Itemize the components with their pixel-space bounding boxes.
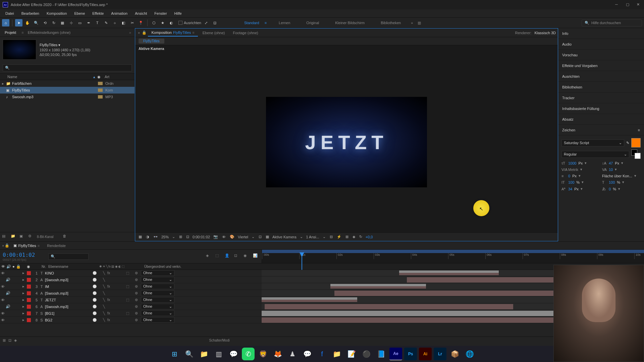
- frame-blend-icon[interactable]: ⊡: [234, 253, 240, 259]
- dropdown-icon[interactable]: ▾: [634, 174, 636, 178]
- collapse-switch[interactable]: [97, 291, 101, 295]
- audio-icon[interactable]: 🔊: [5, 304, 11, 309]
- layer-name[interactable]: KINO: [44, 271, 91, 275]
- eye-icon[interactable]: 👁: [0, 311, 5, 315]
- zoom-value[interactable]: 25%: [161, 235, 169, 239]
- zoom-dropdown-icon[interactable]: ⌄: [171, 235, 176, 239]
- stroke-color-swatch[interactable]: [631, 149, 641, 159]
- guides-icon[interactable]: ⊡: [185, 235, 190, 239]
- baseline-value[interactable]: 34: [568, 187, 572, 191]
- layer-name[interactable]: [BG1]: [44, 311, 91, 315]
- column-name[interactable]: Name: [7, 75, 17, 79]
- adj-switch[interactable]: [121, 318, 125, 322]
- switch-3d-icon[interactable]: ⬚: [122, 265, 125, 268]
- motion-blur-icon[interactable]: ◉: [244, 253, 250, 259]
- pickwhip-icon[interactable]: ⊚: [135, 311, 140, 315]
- layer-name[interactable]: JETZT: [44, 298, 91, 302]
- blend-switch[interactable]: [111, 271, 115, 275]
- panel-inhaltsbasierte[interactable]: Inhaltsbasierte Füllung: [558, 103, 644, 114]
- timeline-timecode[interactable]: 0:00:01:02: [3, 252, 35, 258]
- quality-switch[interactable]: ╲: [102, 285, 106, 288]
- lock-column-icon[interactable]: 🔒: [16, 264, 21, 269]
- label-column-icon[interactable]: ◉: [27, 264, 30, 269]
- lock-icon[interactable]: 🔒: [5, 243, 9, 248]
- menu-hilfe[interactable]: Hilfe: [171, 10, 185, 16]
- camera-tool[interactable]: ▦: [59, 19, 66, 26]
- taskbar-app2-icon[interactable]: 📦: [448, 348, 461, 360]
- switches-modes-label[interactable]: Schalter/Modi: [209, 339, 230, 342]
- quality-switch[interactable]: ╲: [102, 271, 106, 275]
- twirl-icon[interactable]: ▸: [21, 271, 25, 275]
- quality-switch[interactable]: ╲: [102, 318, 106, 322]
- eye-column-icon[interactable]: 👁: [1, 264, 5, 269]
- tab-timeline-comp[interactable]: ▣FlyByTitles≡: [10, 242, 43, 249]
- layer-row[interactable]: 👁 ▸ 8 S BG2 ⚪ ╲ fx ⊚ Ohne⌄: [0, 317, 644, 323]
- column-num[interactable]: Nr.: [40, 265, 47, 268]
- eraser-tool[interactable]: ◧: [120, 19, 127, 26]
- switch-fx-icon[interactable]: fx: [108, 265, 111, 268]
- views-dropdown-icon[interactable]: ⌄: [322, 235, 326, 239]
- layer-bar[interactable]: [262, 300, 357, 302]
- twirl-icon[interactable]: ▸: [21, 298, 25, 302]
- panel-bibliotheken[interactable]: Bibliotheken: [558, 82, 644, 93]
- pickwhip-icon[interactable]: ⊚: [135, 291, 140, 295]
- tab-effect-controls[interactable]: Effekteinstellungen (ohne): [24, 29, 74, 36]
- blend-switch[interactable]: [111, 278, 115, 282]
- menu-datei[interactable]: Datei: [2, 10, 17, 16]
- clone-tool[interactable]: ⟐: [111, 19, 118, 26]
- twirl-icon[interactable]: ▸: [21, 284, 25, 289]
- collapse-switch[interactable]: [97, 305, 101, 308]
- menu-ebene[interactable]: Ebene: [71, 10, 88, 16]
- shy-switch[interactable]: ⚪: [93, 311, 97, 315]
- adj-switch[interactable]: [121, 285, 125, 288]
- maximize-button[interactable]: ▢: [626, 2, 631, 7]
- taskbar-teams-icon[interactable]: 💬: [227, 348, 240, 360]
- resolution-dropdown[interactable]: Viertel: [238, 235, 248, 239]
- tracking-value[interactable]: 10: [609, 168, 613, 172]
- taskbar-notes-icon[interactable]: 📝: [345, 348, 358, 360]
- shy-switch[interactable]: ⚪: [93, 278, 97, 282]
- layer-name[interactable]: [Swoosh.mp3]: [44, 278, 91, 282]
- panel-collapse-icon[interactable]: »: [129, 31, 133, 35]
- views-dropdown[interactable]: 1 Ansi...: [306, 235, 319, 239]
- dropdown-icon[interactable]: ▾: [618, 187, 620, 191]
- solo-column-icon[interactable]: ●: [12, 264, 15, 269]
- leading-value[interactable]: 47: [609, 161, 613, 165]
- parent-dropdown[interactable]: Ohne⌄: [141, 270, 174, 276]
- toggle-modes-icon[interactable]: ⊡: [8, 338, 11, 343]
- blur-switch[interactable]: [116, 311, 120, 315]
- project-item-swoosh[interactable]: ♪ Swoosh.mp3 MP3: [0, 94, 135, 100]
- twirl-icon[interactable]: ▸: [21, 311, 25, 315]
- parent-dropdown[interactable]: Ohne⌄: [141, 310, 174, 316]
- text-tool[interactable]: T: [94, 19, 101, 26]
- pickwhip-icon[interactable]: ⊚: [135, 304, 140, 309]
- shy-switch[interactable]: ⚪: [93, 298, 97, 302]
- menu-animation[interactable]: Animation: [108, 10, 131, 16]
- 3d-switch[interactable]: ⬚: [125, 271, 129, 275]
- shy-switch[interactable]: ⚪: [93, 271, 97, 275]
- switch-shy-icon[interactable]: ✱: [99, 265, 102, 268]
- panel-effekte[interactable]: Effekte und Vorgaben: [558, 60, 644, 71]
- taskbar-obs-icon[interactable]: ⚫: [360, 348, 373, 360]
- twirl-icon[interactable]: ▸: [21, 318, 25, 322]
- flowchart-icon[interactable]: ◈: [352, 235, 356, 239]
- toggle-switches-icon[interactable]: ⊞: [3, 338, 6, 343]
- pickwhip-icon[interactable]: ⊚: [135, 271, 140, 275]
- label-color[interactable]: [27, 291, 31, 295]
- shy-icon[interactable]: 👤: [225, 253, 231, 259]
- menu-komposition[interactable]: Komposition: [43, 10, 70, 16]
- workspace-standard[interactable]: Standard: [240, 19, 263, 26]
- label-color[interactable]: [27, 298, 31, 302]
- audio-icon[interactable]: 🔊: [5, 291, 11, 295]
- eye-icon[interactable]: 👁: [0, 285, 5, 289]
- draft-3d-icon[interactable]: ⬚: [215, 253, 221, 259]
- rect-tool[interactable]: ▭: [76, 19, 84, 26]
- blur-switch[interactable]: [116, 298, 120, 302]
- workspace-overflow-icon[interactable]: »: [411, 21, 413, 25]
- collapse-switch[interactable]: [97, 298, 101, 302]
- layer-bar[interactable]: [330, 284, 426, 286]
- eyedropper-icon[interactable]: ✎: [626, 141, 629, 145]
- menu-bearbeiten[interactable]: Bearbeiten: [18, 10, 43, 16]
- collapse-switch[interactable]: [97, 318, 101, 322]
- parent-dropdown[interactable]: Ohne⌄: [141, 290, 174, 296]
